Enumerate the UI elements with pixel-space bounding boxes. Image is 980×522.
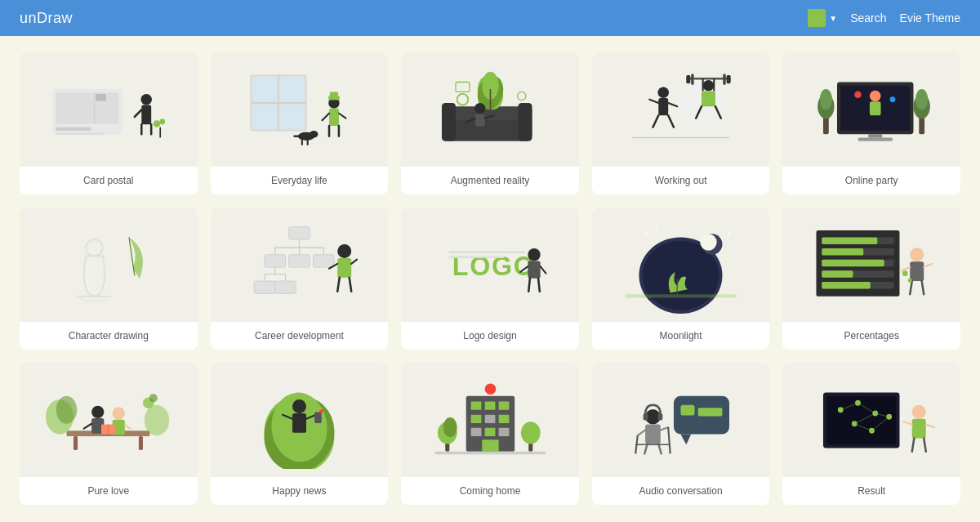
- audio-conversation-label: Audio conversation: [592, 477, 770, 505]
- card-audio-conversation[interactable]: Audio conversation: [592, 363, 770, 505]
- svg-rect-177: [484, 414, 495, 422]
- svg-line-54: [653, 115, 659, 127]
- svg-point-144: [902, 270, 908, 276]
- svg-point-161: [149, 394, 158, 402]
- card-logo-design[interactable]: LOGO Logo design: [401, 207, 579, 350]
- svg-point-155: [113, 407, 125, 419]
- svg-line-104: [351, 259, 357, 263]
- svg-rect-108: [448, 251, 525, 253]
- svg-point-152: [91, 405, 104, 417]
- happy-news-label: Happy news: [211, 477, 389, 505]
- app-logo: unDraw: [20, 10, 73, 27]
- svg-rect-180: [484, 427, 495, 435]
- chevron-down-icon: ▼: [829, 14, 837, 23]
- card-coming-home[interactable]: Coming home: [401, 363, 579, 505]
- svg-rect-59: [691, 74, 693, 85]
- svg-line-52: [649, 99, 658, 102]
- svg-rect-100: [275, 281, 296, 293]
- svg-point-119: [700, 234, 716, 250]
- svg-line-114: [528, 278, 530, 291]
- svg-rect-86: [289, 226, 310, 239]
- svg-point-101: [337, 244, 351, 258]
- svg-line-142: [910, 281, 912, 294]
- card-result[interactable]: Result: [782, 363, 960, 505]
- svg-line-53: [668, 103, 677, 106]
- svg-rect-17: [252, 77, 276, 100]
- svg-rect-7: [142, 105, 152, 124]
- svg-rect-129: [822, 237, 877, 244]
- character-drawing-image: [20, 207, 198, 322]
- svg-marker-191: [681, 434, 692, 444]
- svg-rect-197: [645, 424, 661, 444]
- illustration-grid: Card postal: [20, 52, 960, 505]
- svg-line-8: [135, 109, 142, 117]
- theme-link[interactable]: Evie Theme: [900, 11, 960, 25]
- svg-point-150: [145, 404, 170, 435]
- svg-text:1: 1: [318, 409, 319, 413]
- card-online-party[interactable]: Online party: [782, 52, 960, 194]
- svg-rect-195: [644, 413, 648, 421]
- career-development-label: Career development: [211, 322, 389, 350]
- card-happy-news[interactable]: 1 Happy news: [211, 363, 389, 505]
- svg-rect-77: [870, 101, 881, 115]
- card-postal-label: Card postal: [20, 167, 198, 194]
- svg-line-140: [902, 267, 910, 270]
- header-controls: ▼ Search Evie Theme: [808, 9, 960, 27]
- svg-point-28: [310, 131, 318, 138]
- svg-rect-173: [470, 401, 481, 409]
- svg-rect-133: [822, 259, 884, 266]
- svg-rect-169: [314, 412, 322, 423]
- svg-line-201: [658, 444, 661, 453]
- card-pure-love[interactable]: Pure love: [20, 363, 198, 505]
- svg-rect-1: [56, 92, 119, 123]
- svg-rect-102: [337, 258, 351, 278]
- card-card-postal[interactable]: Card postal: [20, 52, 198, 194]
- card-working-out[interactable]: Working out: [592, 52, 770, 194]
- svg-line-23: [322, 113, 329, 120]
- working-out-label: Working out: [592, 167, 770, 194]
- card-career-development[interactable]: Career development: [211, 207, 389, 350]
- svg-rect-37: [518, 103, 532, 141]
- card-moonlight[interactable]: Moonlight: [592, 207, 770, 350]
- svg-rect-182: [482, 439, 498, 451]
- logo-design-image: LOGO: [401, 207, 579, 322]
- svg-rect-36: [441, 103, 455, 141]
- svg-rect-175: [498, 401, 509, 409]
- svg-point-165: [292, 399, 306, 413]
- svg-point-43: [517, 91, 525, 100]
- svg-point-138: [910, 248, 924, 261]
- svg-line-157: [125, 425, 131, 428]
- coming-home-image: [401, 363, 579, 477]
- svg-point-151: [56, 395, 78, 423]
- svg-line-55: [668, 115, 674, 127]
- svg-rect-94: [313, 254, 334, 266]
- search-link[interactable]: Search: [850, 11, 886, 25]
- svg-point-79: [889, 96, 895, 102]
- card-character-drawing[interactable]: Character drawing: [20, 207, 198, 350]
- svg-rect-99: [254, 281, 275, 293]
- svg-rect-2: [56, 127, 91, 130]
- card-percentages[interactable]: Percentages: [782, 207, 960, 350]
- svg-rect-80: [868, 134, 882, 137]
- svg-line-143: [921, 281, 924, 294]
- svg-line-203: [668, 427, 670, 453]
- svg-rect-192: [681, 404, 695, 415]
- card-everyday-life[interactable]: Everyday life: [211, 52, 389, 194]
- card-postal-image: [20, 52, 198, 167]
- svg-point-76: [870, 90, 881, 101]
- card-augmented-reality[interactable]: Augmented reality: [401, 52, 579, 194]
- svg-point-45: [474, 103, 485, 114]
- result-label: Result: [782, 477, 960, 505]
- svg-rect-44: [455, 82, 469, 91]
- svg-point-12: [154, 120, 161, 127]
- svg-rect-51: [658, 98, 668, 115]
- online-party-image: [782, 52, 960, 167]
- moonlight-image: [592, 207, 770, 322]
- color-picker[interactable]: ▼: [808, 9, 837, 27]
- svg-point-82: [87, 239, 103, 256]
- svg-rect-60: [727, 75, 731, 83]
- svg-line-198: [638, 430, 645, 435]
- svg-rect-20: [280, 105, 304, 128]
- logo-design-label: Logo design: [401, 322, 579, 350]
- svg-rect-174: [484, 401, 495, 409]
